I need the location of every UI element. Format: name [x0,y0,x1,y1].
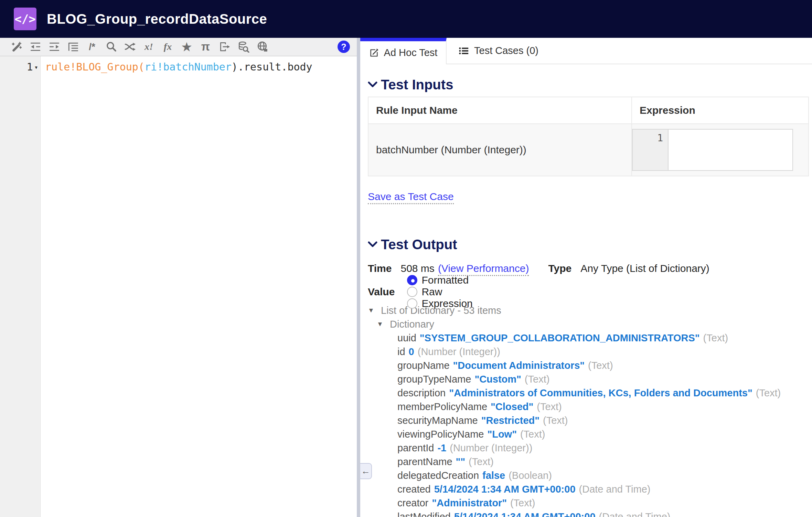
tree-field-key: parentName [397,456,452,468]
variable-icon[interactable]: x! [139,37,158,56]
tree-field-type: (Text) [525,374,550,385]
tab-test-cases[interactable]: Test Cases (0) [447,38,550,64]
tree-field-type: (Text) [588,360,613,371]
tree-root-row: ▼ List of Dictionary - 53 items [368,304,812,317]
value-label: Value [368,286,395,298]
tree-field-type: (Number (Integer)) [450,442,532,454]
tree-field-row: delegatedCreation false (Boolean) [368,469,812,482]
tree-field-value: "Closed" [491,401,533,412]
constants-pi-icon[interactable]: π [196,37,215,56]
tree-field-key: description [397,387,446,399]
tree-expand-caret-icon[interactable]: ▼ [368,307,377,314]
format-list-icon[interactable] [64,37,83,56]
help-icon[interactable]: ? [338,41,350,53]
output-tree: ▼ List of Dictionary - 53 items ▼ Dictio… [368,304,812,517]
format-wand-icon[interactable] [7,37,26,56]
tree-fields: uuid "SYSTEM_GROUP_COLLABORATION_ADMINIS… [368,331,812,517]
tree-field-key: lastModified [397,511,451,517]
tree-field-key: viewingPolicyName [397,429,484,440]
search-icon[interactable] [102,37,120,56]
export-icon[interactable] [215,37,234,56]
value-format-row: Value Formatted Raw Expression [368,286,812,298]
shuffle-icon[interactable] [120,37,139,56]
tree-field-row: creator "Administrator" (Text) [368,496,812,510]
code-input-area[interactable]: rule!BLOG_Group(ri!batchNumber).result.b… [41,56,357,517]
tree-field-type: (Boolean) [509,470,552,481]
tree-node-label: Dictionary [390,319,434,330]
expression-cell: 1 [631,124,808,176]
tree-node-row: ▼ Dictionary [368,317,812,331]
tree-field-key: groupTypeName [397,374,471,385]
tree-field-value: "Restricted" [481,415,539,426]
editor-toolbar: /* x! fx ★ π [0,38,357,56]
panel-divider[interactable] [357,38,360,517]
radio-circle-icon[interactable] [407,287,417,297]
type-value: Any Type (List of Dictionary) [580,263,709,274]
test-panel: Ad Hoc Test Test Cases (0) Test Inpu [360,38,812,517]
browse-web-icon[interactable] [253,37,272,56]
tree-field-type: (Text) [520,429,545,440]
block-comment-icon[interactable]: /* [83,37,102,56]
tree-field-row: created 5/14/2024 1:34 AM GMT+00:00 (Dat… [368,482,812,496]
tree-field-key: uuid [397,332,416,344]
tab-ad-hoc-test[interactable]: Ad Hoc Test [360,38,447,64]
tree-field-value: 0 [409,346,414,358]
code-editor: 1 ▾ rule!BLOG_Group(ri!batchNumber).resu… [0,56,357,517]
column-header-expression: Expression [631,97,808,123]
tree-field-row: lastModified 5/14/2024 1:34 AM GMT+00:00… [368,510,812,517]
tree-field-type: (Date and Time) [599,511,671,517]
tree-field-value: 5/14/2024 1:34 AM GMT+00:00 [434,484,576,495]
tree-field-type: (Text) [537,401,562,412]
expression-input[interactable] [669,130,792,170]
radio-circle-icon[interactable] [407,275,417,285]
tree-field-key: parentId [397,442,434,454]
tree-field-type: (Text) [703,332,728,344]
query-database-icon[interactable] [234,37,253,56]
app-window: </> BLOG_Group_recordDataSource /* [0,0,812,517]
tree-field-key: id [397,346,405,358]
tree-field-type: (Text) [510,497,535,509]
value-format-radio[interactable]: Raw [407,286,472,298]
favorites-star-icon[interactable]: ★ [177,37,196,56]
tree-field-value: 5/14/2024 1:34 AM GMT+00:00 [454,511,596,517]
time-value: 508 ms [400,263,434,274]
indent-icon[interactable] [45,37,64,56]
page-title: BLOG_Group_recordDataSource [47,11,267,27]
rule-input-name-cell: batchNumber (Number (Integer)) [368,124,631,176]
code-rule-token: rule!BLOG_Group( [45,61,145,73]
expression-editor[interactable]: 1 [632,129,793,171]
tree-field-row: parentName "" (Text) [368,455,812,469]
code-rule-input-token: ri!batchNumber [145,61,232,73]
tree-root-label: List of Dictionary - 53 items [381,305,501,316]
line-number: 1 [26,61,33,73]
tree-field-value: "Document Administrators" [453,360,585,371]
chevron-down-icon[interactable] [368,241,377,248]
outdent-icon[interactable] [26,37,45,56]
function-icon[interactable]: fx [158,37,177,56]
tree-field-type: (Text) [543,415,568,426]
tree-field-key: securityMapName [397,415,478,426]
type-label: Type [548,263,571,274]
chevron-down-icon[interactable] [368,81,377,88]
tab-label: Ad Hoc Test [384,47,438,58]
code-fold-caret-icon[interactable]: ▾ [34,63,38,71]
time-label: Time [368,263,392,274]
edit-icon [369,48,379,58]
tree-field-value: false [482,470,505,481]
save-as-test-case-link[interactable]: Save as Test Case [368,191,454,204]
tree-field-value: "Custom" [474,374,521,385]
test-panel-content: Test Inputs Rule Input Name Expression b… [360,64,812,517]
main-split: /* x! fx ★ π [0,38,812,517]
collapse-panel-button[interactable]: ← [360,463,372,479]
tree-field-row: groupName "Document Administrators" (Tex… [368,359,812,372]
tree-field-value: -1 [437,442,446,454]
tree-field-row: uuid "SYSTEM_GROUP_COLLABORATION_ADMINIS… [368,331,812,345]
value-format-radio[interactable]: Formatted [407,274,472,286]
tree-expand-caret-icon[interactable]: ▼ [377,320,386,328]
tree-field-row: securityMapName "Restricted" (Text) [368,414,812,427]
value-format-radio-group: Formatted Raw Expression [407,274,485,309]
tree-field-value: "Administrator" [432,497,507,509]
tree-field-key: delegatedCreation [397,470,479,481]
tree-field-row: parentId -1 (Number (Integer)) [368,441,812,455]
tree-field-type: (Date and Time) [579,484,651,495]
